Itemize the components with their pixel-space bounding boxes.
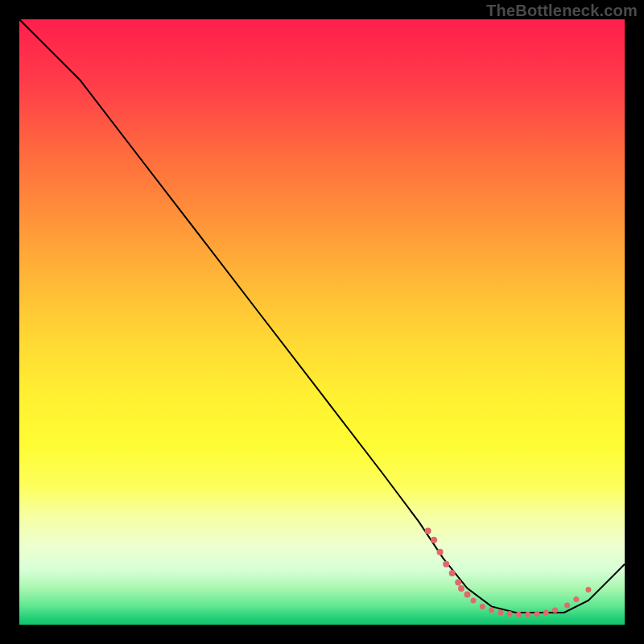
highlight-marker bbox=[489, 608, 494, 613]
highlight-marker bbox=[535, 611, 540, 617]
highlight-marker bbox=[443, 561, 449, 568]
highlight-marker bbox=[507, 611, 513, 617]
highlight-marker bbox=[480, 604, 485, 609]
highlight-marker bbox=[543, 610, 549, 616]
watermark-text: TheBottleneck.com bbox=[486, 2, 638, 20]
highlight-marker bbox=[573, 597, 579, 602]
highlight-marker bbox=[552, 608, 558, 613]
highlight-marker bbox=[464, 591, 471, 597]
highlight-marker bbox=[516, 612, 522, 617]
highlight-marker bbox=[458, 585, 464, 592]
highlight-marker bbox=[431, 537, 437, 543]
highlight-marker bbox=[564, 602, 570, 608]
highlight-marker bbox=[455, 579, 461, 585]
highlight-marker bbox=[471, 597, 477, 603]
highlight-marker bbox=[437, 549, 444, 555]
chart-stage: TheBottleneck.com bbox=[0, 0, 644, 644]
plot-area bbox=[19, 19, 625, 625]
highlight-marker bbox=[425, 527, 431, 534]
highlight-marker bbox=[449, 570, 456, 576]
highlight-marker bbox=[497, 610, 503, 616]
curve-line bbox=[19, 19, 625, 613]
highlight-marker bbox=[585, 587, 591, 592]
highlight-marker bbox=[525, 612, 530, 617]
marker-group bbox=[425, 527, 592, 617]
chart-svg bbox=[19, 19, 625, 625]
